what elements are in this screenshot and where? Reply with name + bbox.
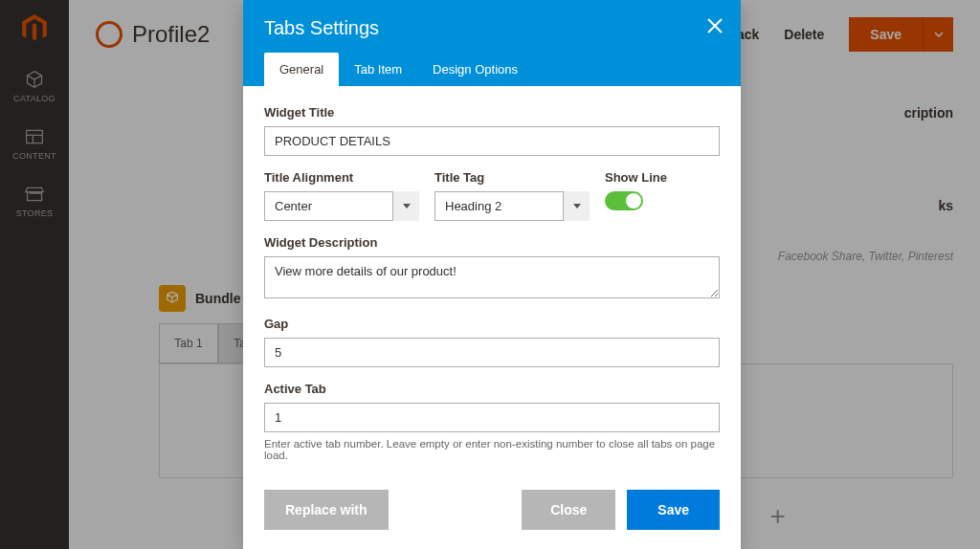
widget-title-input[interactable]: [264, 126, 720, 156]
active-tab-label: Active Tab: [264, 382, 720, 396]
active-tab-help: Enter active tab number. Leave empty or …: [264, 438, 720, 461]
modal-title: Tabs Settings: [264, 17, 720, 39]
tabs-settings-modal: Tabs Settings General Tab Item Design Op…: [243, 0, 741, 549]
widget-description-textarea[interactable]: [264, 256, 720, 298]
close-button[interactable]: Close: [522, 490, 615, 530]
show-line-toggle[interactable]: [605, 191, 643, 210]
widget-title-label: Widget Title: [264, 105, 720, 120]
title-alignment-select[interactable]: [264, 191, 419, 221]
modal-close-button[interactable]: [706, 17, 724, 38]
close-icon: [706, 17, 724, 34]
title-alignment-label: Title Alignment: [264, 170, 419, 185]
save-button[interactable]: Save: [627, 490, 720, 530]
modal-body: Widget Title Title Alignment Title Tag: [243, 86, 741, 476]
gap-label: Gap: [264, 317, 720, 331]
gap-input[interactable]: [264, 338, 720, 367]
modal-tabs: General Tab Item Design Options: [264, 53, 720, 86]
modal-header: Tabs Settings General Tab Item Design Op…: [243, 0, 741, 86]
widget-description-label: Widget Description: [264, 235, 720, 250]
modal-tab-general[interactable]: General: [264, 53, 339, 86]
modal-tab-design[interactable]: Design Options: [417, 53, 533, 86]
show-line-label: Show Line: [605, 170, 720, 185]
title-tag-label: Title Tag: [434, 170, 590, 185]
modal-footer: Replace with Close Save: [243, 476, 741, 549]
modal-tab-item[interactable]: Tab Item: [339, 53, 417, 86]
active-tab-input[interactable]: [264, 403, 720, 432]
replace-with-button[interactable]: Replace with: [264, 490, 389, 530]
title-tag-select[interactable]: [434, 191, 590, 221]
